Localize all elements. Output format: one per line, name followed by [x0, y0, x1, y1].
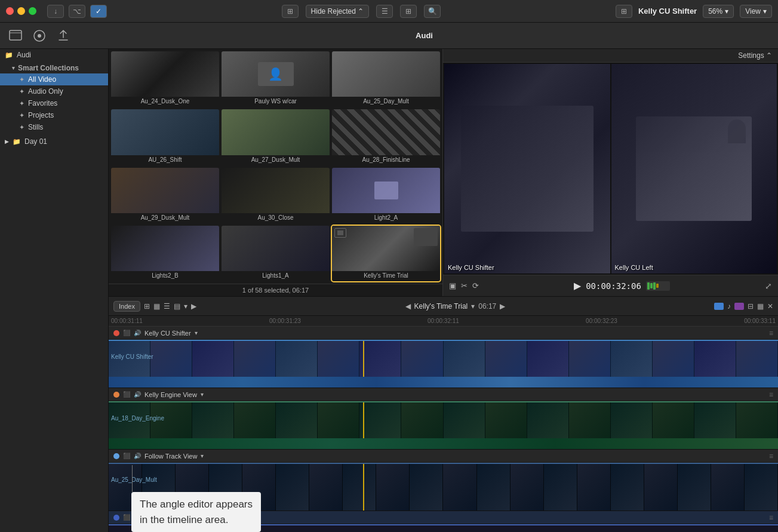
list-item[interactable]: Lights1_A — [222, 226, 330, 281]
sidebar-item-day01[interactable]: ▶ 📁 Day 01 — [0, 136, 108, 147]
play-timeline-icon[interactable]: ▶ — [191, 302, 196, 310]
events-icon[interactable] — [6, 26, 25, 45]
smart-collections-label: Smart Collections — [18, 64, 79, 72]
zoom-selector[interactable]: 56% ▾ — [703, 5, 734, 18]
key-icon[interactable]: ⌥ — [69, 5, 85, 18]
angle-blue-button[interactable] — [714, 303, 724, 310]
track-menu-icon[interactable]: ≡ — [769, 452, 773, 460]
preview-controls-right: ⤢ — [765, 281, 772, 291]
list-item[interactable]: Kelly's Time Trial — [332, 226, 440, 281]
list-item[interactable]: Au_28_FinishLine — [332, 109, 440, 165]
settings-label: Settings ⌃ — [738, 51, 772, 60]
track-lock-icon[interactable]: ⬛ — [123, 330, 130, 336]
list-item[interactable]: 👤 Pauly WS w/car — [222, 51, 330, 107]
track-menu-icon[interactable]: ≡ — [769, 390, 773, 399]
transform-icon[interactable]: ⟳ — [472, 281, 479, 290]
layout-icon[interactable]: ▤ — [174, 302, 180, 310]
selection-status: 1 of 58 selected, 06:17 — [242, 287, 309, 294]
angle-purple-button[interactable] — [734, 303, 744, 310]
list-view-icon[interactable]: ☰ — [164, 302, 170, 310]
sidebar-item-audio-only[interactable]: ✦ Audio Only — [0, 85, 108, 97]
index-button[interactable]: Index — [113, 301, 140, 312]
photos-icon[interactable] — [30, 26, 49, 45]
sidebar-item-projects[interactable]: ✦ Projects — [0, 109, 108, 121]
list-item[interactable]: Au_29_Dusk_Mult — [111, 168, 219, 223]
titlebar: ↓ ⌥ ✓ ⊞ Hide Rejected ⌃ ☰ ⊞ 🔍 ⊞ Kelly CU… — [0, 0, 778, 23]
track-audio-icon[interactable]: 🔊 — [134, 453, 141, 459]
grid-view-icon[interactable]: ▦ — [153, 302, 160, 310]
timecode-display: 00:00:32:06 — [586, 281, 641, 291]
preview-clip-shifter[interactable]: Kelly CU Shifter — [444, 64, 610, 273]
preview-controls-left: ▣ ✂ ⟳ — [449, 281, 479, 290]
snap-icon[interactable]: ⊞ — [144, 302, 150, 310]
search-icon[interactable]: 🔍 — [424, 5, 441, 18]
track-header-follow: ⬛ 🔊 Follow Track View ▾ ≡ — [109, 450, 778, 463]
library-name: Audi — [416, 31, 433, 40]
clip-name-arrow-icon[interactable]: ▾ — [471, 302, 475, 310]
sidebar-item-audi[interactable]: 📁 Audi — [0, 49, 108, 61]
track-lock-icon[interactable]: ⬛ — [123, 391, 130, 398]
view-button[interactable]: View ▾ — [740, 5, 772, 18]
projects-icon: ✦ — [19, 112, 24, 119]
sidebar-item-favorites[interactable]: ✦ Favorites — [0, 97, 108, 109]
nav-next-icon[interactable]: ▶ — [500, 302, 505, 310]
track-expand-icon[interactable]: ▾ — [201, 391, 204, 398]
close-button[interactable] — [6, 7, 14, 15]
browser: Au_24_Dusk_One 👤 Pauly WS w/car — [109, 49, 443, 296]
clip-label: Lights2_B — [111, 271, 219, 281]
track-menu-icon[interactable]: ≡ — [769, 329, 773, 337]
clip-thumbnail — [332, 51, 440, 97]
track-expand-icon[interactable]: ▾ — [195, 330, 198, 336]
browser-grid: Au_24_Dusk_One 👤 Pauly WS w/car — [109, 49, 442, 284]
filmstrip-view-icon[interactable]: ⊞ — [400, 5, 417, 18]
view-arrow-icon: ▾ — [763, 7, 767, 16]
sidebar-item-stills[interactable]: ✦ Stills — [0, 121, 108, 133]
track-lock-icon[interactable]: ⬛ — [123, 514, 130, 521]
fullscreen-icon[interactable]: ⤢ — [765, 281, 772, 291]
track-color-dot — [113, 453, 119, 459]
cut-icon[interactable]: ✂ — [461, 281, 468, 290]
preview-clip-left[interactable]: Kelly CU Left — [611, 64, 777, 273]
sidebar-smart-collections-header[interactable]: ▾ Smart Collections — [0, 61, 108, 73]
close-panel-icon[interactable]: ✕ — [767, 302, 773, 310]
minimize-button[interactable] — [17, 7, 25, 15]
grid-tl-icon[interactable]: ▦ — [757, 302, 764, 310]
download-icon[interactable]: ↓ — [47, 5, 64, 18]
list-item[interactable]: Lights2_B — [111, 226, 219, 281]
list-item[interactable]: Au_25_Day_Mult — [332, 51, 440, 107]
settings-button[interactable]: Settings ⌃ — [738, 51, 772, 60]
track-content[interactable] — [109, 340, 778, 388]
clip-thumbnail: 👤 — [222, 51, 330, 97]
list-item[interactable]: Light2_A — [332, 168, 440, 223]
timeline-toolbar-center: ◀ Kelly's Time Trial ▾ 06:17 ▶ — [201, 302, 709, 310]
list-item[interactable]: AU_26_Shift — [111, 109, 219, 165]
hide-rejected-button[interactable]: Hide Rejected ⌃ — [306, 5, 370, 18]
audio-waveform-icon[interactable]: ♪ — [727, 302, 731, 310]
top-area: Au_24_Dusk_One 👤 Pauly WS w/car — [109, 49, 778, 297]
track-expand-icon[interactable]: ▾ — [201, 453, 204, 459]
list-item[interactable]: Au_27_Dusk_Mult — [222, 109, 330, 165]
track-lock-icon[interactable]: ⬛ — [123, 453, 130, 459]
track-audio-icon[interactable]: 🔊 — [134, 330, 141, 336]
track-content[interactable] — [109, 401, 778, 449]
grid-icon[interactable]: ⊞ — [282, 5, 299, 18]
append-clip-icon[interactable]: ⊟ — [748, 302, 754, 310]
view-mode-icon[interactable]: ▣ — [449, 281, 456, 290]
stills-label: Stills — [28, 123, 43, 131]
share-icon[interactable] — [54, 26, 73, 45]
audio-only-icon: ✦ — [19, 88, 24, 96]
svg-rect-0 — [10, 30, 21, 40]
nav-prev-icon[interactable]: ◀ — [405, 302, 411, 310]
track-audio-icon[interactable]: 🔊 — [134, 391, 141, 398]
clip-label: Light2_A — [332, 213, 440, 223]
track-menu-icon[interactable]: ≡ — [769, 513, 773, 522]
maximize-button[interactable] — [29, 7, 36, 15]
sidebar-item-all-video[interactable]: ✦ All Video — [0, 73, 108, 85]
play-button[interactable]: ▶ — [574, 280, 581, 291]
library-grid-icon[interactable]: ⊞ — [616, 5, 632, 18]
check-icon[interactable]: ✓ — [90, 5, 107, 18]
list-view-icon[interactable]: ☰ — [376, 5, 393, 18]
down-arrow-icon: ▾ — [184, 302, 187, 310]
list-item[interactable]: Au_30_Close — [222, 168, 330, 223]
list-item[interactable]: Au_24_Dusk_One — [111, 51, 219, 107]
